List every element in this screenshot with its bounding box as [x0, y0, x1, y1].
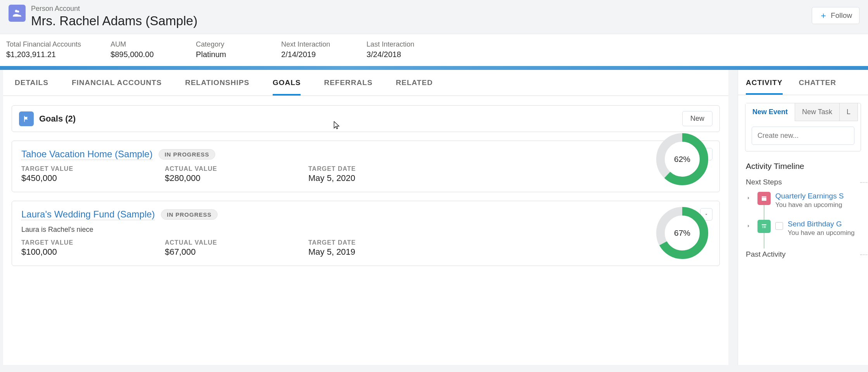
follow-label: Follow [831, 11, 852, 20]
create-new-input[interactable] [752, 127, 854, 145]
highlight-label: Category [196, 40, 252, 49]
status-badge: IN PROGRESS [161, 209, 217, 220]
timeline-item-subtitle: You have an upcoming [788, 229, 854, 237]
event-icon [757, 192, 771, 205]
goal-name-link[interactable]: Laura's Wedding Fund (Sample) [21, 209, 155, 220]
highlight-value: 3/24/2018 [367, 50, 422, 59]
highlight-value: 2/14/2019 [281, 50, 337, 59]
highlight-item: Category Platinum [194, 40, 252, 59]
person-account-icon [9, 5, 26, 22]
tab-details[interactable]: DETAILS [15, 78, 48, 96]
plus-icon: ＋ [819, 11, 828, 20]
chevron-right-icon[interactable] [746, 222, 753, 229]
activity-composer: New Event New Task L [745, 103, 861, 151]
highlight-item: Last Interaction 3/24/2018 [364, 40, 422, 59]
tab-goals[interactable]: GOALS [273, 78, 301, 96]
task-icon [757, 220, 771, 233]
divider-strip [0, 66, 868, 70]
goals-card: Goals (2) New [12, 105, 720, 132]
entity-type: Person Account [31, 5, 197, 13]
goal-card: Laura's Wedding Fund (Sample) IN PROGRES… [12, 201, 720, 266]
chevron-right-icon[interactable] [746, 194, 753, 201]
highlight-value: Platinum [196, 50, 252, 59]
composer-tab-new-event[interactable]: New Event [745, 103, 795, 121]
goals-card-title: Goals (2) [39, 114, 76, 124]
main-column: DETAILS FINANCIAL ACCOUNTS RELATIONSHIPS… [3, 70, 728, 365]
task-checkbox[interactable] [775, 222, 783, 230]
target-value-label: TARGET VALUE [21, 239, 165, 246]
timeline-item-title[interactable]: Quarterly Earnings S [775, 192, 844, 200]
actual-value-label: ACTUAL VALUE [165, 165, 308, 172]
highlight-value: $895,000.00 [111, 50, 166, 59]
actual-value-label: ACTUAL VALUE [165, 239, 308, 246]
page-header: Person Account Mrs. Rachel Adams (Sample… [0, 0, 868, 34]
entity-meta: Person Account Mrs. Rachel Adams (Sample… [31, 5, 197, 28]
goal-card: Tahoe Vacation Home (Sample) IN PROGRESS… [12, 141, 720, 192]
highlight-label: Total Financial Accounts [6, 40, 81, 49]
progress-donut: 67% [655, 206, 709, 260]
tab-referrals[interactable]: REFERRALS [324, 78, 372, 96]
status-badge: IN PROGRESS [159, 149, 215, 160]
highlight-label: AUM [111, 40, 166, 49]
highlight-item: AUM $895,000.00 [108, 40, 166, 59]
record-tabs: DETAILS FINANCIAL ACCOUNTS RELATIONSHIPS… [3, 70, 728, 96]
cursor-icon [334, 121, 341, 130]
new-goal-button[interactable]: New [682, 111, 712, 126]
target-date: May 5, 2020 [308, 173, 425, 183]
composer-tab-new-task[interactable]: New Task [795, 103, 840, 121]
target-date-label: TARGET DATE [308, 239, 425, 246]
goal-note: Laura is Rachel's niece [21, 226, 710, 234]
progress-donut: 62% [655, 132, 709, 186]
tab-relationships[interactable]: RELATIONSHIPS [185, 78, 249, 96]
timeline-item: Send Birthday G You have an upcoming [738, 218, 868, 239]
tab-financial-accounts[interactable]: FINANCIAL ACCOUNTS [72, 78, 162, 96]
next-steps-label: Next Steps [746, 178, 860, 186]
progress-pct: 62% [655, 132, 709, 186]
timeline-item-title[interactable]: Send Birthday G [788, 220, 854, 228]
target-date: May 5, 2019 [308, 247, 425, 257]
side-tabs: ACTIVITY CHATTER [738, 70, 868, 95]
header-left: Person Account Mrs. Rachel Adams (Sample… [9, 5, 197, 28]
tab-related[interactable]: RELATED [396, 78, 433, 96]
highlight-panel: Total Financial Accounts $1,203,911.21 A… [0, 34, 868, 66]
past-activity-label: Past Activity [746, 250, 860, 259]
timeline-item-subtitle: You have an upcoming [775, 201, 844, 209]
activity-timeline-heading: Activity Timeline [746, 162, 860, 171]
target-value: $100,000 [21, 247, 165, 257]
target-value: $450,000 [21, 173, 165, 183]
flag-icon [19, 111, 34, 126]
highlight-value: $1,203,911.21 [6, 50, 81, 59]
highlight-label: Last Interaction [367, 40, 422, 49]
follow-button[interactable]: ＋ Follow [812, 7, 859, 24]
actual-value: $280,000 [165, 173, 308, 183]
activity-panel: ACTIVITY CHATTER New Event New Task L Ac… [738, 70, 868, 365]
highlight-label: Next Interaction [281, 40, 337, 49]
tab-chatter[interactable]: CHATTER [799, 78, 836, 95]
progress-pct: 67% [655, 206, 709, 260]
composer-tab-more[interactable]: L [840, 103, 858, 121]
highlight-item: Next Interaction 2/14/2019 [279, 40, 337, 59]
timeline-item: Quarterly Earnings S You have an upcomin… [738, 190, 868, 211]
entity-name: Mrs. Rachel Adams (Sample) [31, 14, 197, 28]
target-value-label: TARGET VALUE [21, 165, 165, 172]
tab-activity[interactable]: ACTIVITY [746, 78, 783, 95]
highlight-item: Total Financial Accounts $1,203,911.21 [4, 40, 81, 59]
target-date-label: TARGET DATE [308, 165, 425, 172]
goal-name-link[interactable]: Tahoe Vacation Home (Sample) [21, 149, 152, 160]
actual-value: $67,000 [165, 247, 308, 257]
